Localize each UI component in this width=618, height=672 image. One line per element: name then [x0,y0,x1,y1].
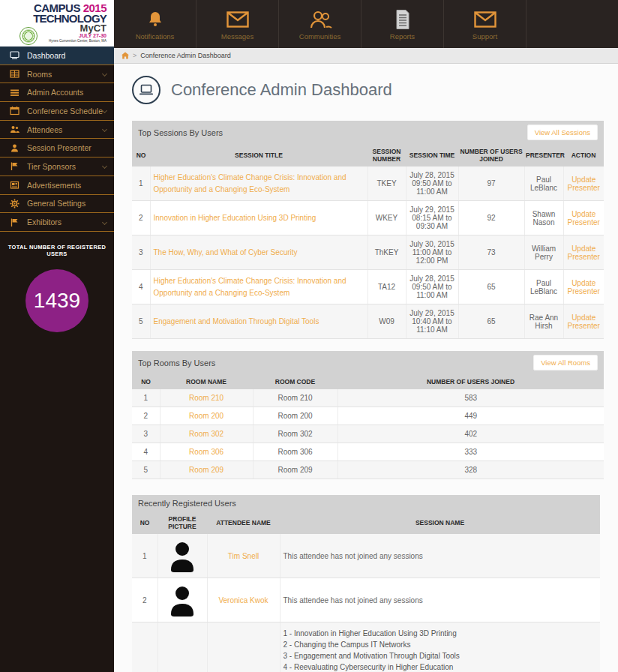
room-name-link[interactable]: Room 302 [189,430,224,438]
monitor-icon [10,50,20,60]
sidebar-item-dashboard[interactable]: Dashboard [0,46,114,65]
session-title-link[interactable]: Higher Education's Climate Change Crisis… [154,173,346,194]
attendee-no [132,622,158,672]
sidebar-item-exhibitors[interactable]: Exhibitors [0,213,114,232]
top-sessions-title: Top Sessions By Users [138,128,223,137]
attendee-name-link[interactable]: Veronica Kwok [218,596,268,604]
sidebar-item-tier-sponsors[interactable]: Tier Sponsors [0,158,114,176]
room-name-link[interactable]: Room 306 [189,448,224,456]
view-all-rooms-button[interactable]: View All Rooms [533,355,598,370]
room-no: 5 [132,461,160,479]
top-rooms-panel: Top Rooms By Users View All Rooms NO ROO… [132,351,604,479]
breadcrumb-separator: > [133,52,136,59]
table-row: 5 Engagement and Motivation Through Digi… [132,304,604,339]
column-header: ROOM NAME [160,374,253,389]
sidebar-item-session-presenter[interactable]: Session Presenter [0,139,114,158]
session-presenter: Paul LeBlanc [524,270,563,304]
table-header-row: NO SESSION TITLE SESSION NUMBER SESSION … [132,144,604,166]
table-row: 5 Room 209 Room 209 328 [132,461,604,479]
update-presenter-link[interactable]: Update Presenter [568,176,600,192]
room-name-link[interactable]: Room 210 [189,394,224,402]
users-icon [308,8,332,31]
session-list-item: 3 - Engagement and Motivation Through Di… [284,650,597,662]
sidebar-item-attendees[interactable]: Attendees [0,121,114,140]
session-time: July 29, 2015 10:40 AM to 11:10 AM [406,304,458,339]
campus-technology-logo[interactable]: CAMPUS 2015 TECHNOLOGY MyCT JULY 27-30 H… [0,0,114,46]
table-row: 4 Higher Education's Climate Change Cris… [132,270,604,304]
list-icon [10,88,20,98]
session-time: July 28, 2015 09:50 AM to 11:00 AM [406,166,458,201]
session-time: July 29, 2015 08:15 AM to 09:30 AM [406,201,458,236]
room-no: 4 [132,443,160,461]
attendee-session-status: This attendee has not joined any session… [280,578,600,622]
view-all-sessions-button[interactable]: View All Sessions [527,124,598,140]
column-header: NO [132,512,158,534]
sidebar-item-rooms[interactable]: Rooms [0,65,114,84]
session-title-link[interactable]: Engagement and Motivation Through Digita… [154,317,320,326]
sidebar-item-general-settings[interactable]: General Settings [0,195,114,214]
header-item-communities[interactable]: Communities [279,0,362,48]
sidebar-item-admin-accounts[interactable]: Admin Accounts [0,83,114,102]
session-title-link[interactable]: Higher Education's Climate Change Crisis… [154,277,346,297]
session-title-link[interactable]: The How, Why, and What of Cyber Security [154,248,298,256]
page-title: Conference Admin Dashboard [171,80,392,100]
update-presenter-link[interactable]: Update Presenter [568,210,600,226]
top-sessions-table: NO SESSION TITLE SESSION NUMBER SESSION … [132,144,604,339]
flag-icon [10,218,20,227]
top-rooms-table: NO ROOM NAME ROOM CODE NUMBER OF USERS J… [132,374,604,479]
breadcrumb-page[interactable]: Conference Admin Dashboard [140,52,231,59]
registered-users-stat: TOTAL NUMBER OF REGISTERED USERS 1439 [0,244,114,332]
recently-registered-title: Recently Registered Users [138,499,236,508]
session-time: July 28, 2015 09:50 AM to 11:00 AM [406,270,458,304]
document-icon [394,8,411,31]
home-icon[interactable] [122,49,129,62]
update-presenter-link[interactable]: Update Presenter [568,314,600,330]
table-row: 3 The How, Why, and What of Cyber Securi… [132,236,604,270]
recently-registered-panel: Recently Registered Users NO PROFILE PIC… [132,495,604,672]
table-row: 1 - Innovation in Higher Education Using… [132,622,600,672]
attendee-session-list: 1 - Innovation in Higher Education Using… [280,622,600,672]
session-presenter: Paul LeBlanc [524,166,563,201]
column-header: SESSION TITLE [150,144,368,166]
session-users-joined: 97 [458,166,524,201]
session-list-item: 1 - Innovation in Higher Education Using… [284,628,597,639]
header-item-support[interactable]: Support [444,0,526,48]
newspaper-icon [10,180,20,190]
flag-icon [10,161,20,171]
session-title-link[interactable]: Innovation in Higher Education Using 3D … [154,214,316,222]
header-item-notifications[interactable]: Notifications [114,0,196,48]
sidebar-item-advertisements[interactable]: Advertisements [0,176,114,195]
table-row: 1 Higher Education's Climate Change Cris… [132,166,604,201]
sidebar-item-conference-schedule[interactable]: Conference Schedule [0,102,114,121]
users-icon [10,124,20,134]
room-code: Room 210 [253,389,338,407]
attendee-no: 1 [132,534,158,578]
attendee-name-link[interactable]: Tim Snell [228,552,259,560]
chevron-down-icon [102,219,107,224]
session-presenter: Shawn Nason [524,201,563,236]
room-code: Room 209 [253,461,338,479]
session-users-joined: 65 [458,270,524,304]
column-header: NUMBER OF USERS JOINED [338,374,604,389]
session-no: 3 [132,236,150,270]
session-users-joined: 92 [458,201,524,236]
registered-users-count: 1439 [34,289,80,313]
page-title-row: Conference Admin Dashboard [132,76,604,104]
recently-registered-header: Recently Registered Users [132,495,600,512]
room-no: 3 [132,425,160,443]
room-name-link[interactable]: Room 200 [189,412,224,420]
session-no: 4 [132,270,150,304]
update-presenter-link[interactable]: Update Presenter [568,244,600,261]
breadcrumb: > Conference Admin Dashboard [114,48,618,64]
header-item-reports[interactable]: Reports [362,0,444,48]
calendar-icon [10,106,20,116]
session-list-item: 2 - Changing the Campus IT Networks [284,639,597,650]
header-item-messages[interactable]: Messages [196,0,279,48]
column-header: ATTENDEE NAME [207,512,280,534]
update-presenter-link[interactable]: Update Presenter [568,279,600,296]
event-badge-icon [20,27,38,45]
table-header-row: NO PROFILE PICTURE ATTENDEE NAME SESSION… [132,512,600,534]
column-header: ACTION [563,144,604,166]
session-presenter: Rae Ann Hirsh [524,304,563,339]
room-name-link[interactable]: Room 209 [189,466,224,474]
